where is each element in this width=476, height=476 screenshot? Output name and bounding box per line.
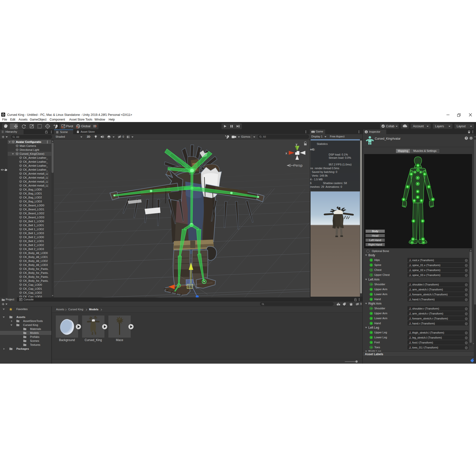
svg-text:?: ?	[466, 137, 467, 140]
svg-text:x: x	[286, 151, 287, 155]
svg-text:y: y	[296, 142, 297, 146]
svg-text:Persp: Persp	[293, 163, 303, 167]
